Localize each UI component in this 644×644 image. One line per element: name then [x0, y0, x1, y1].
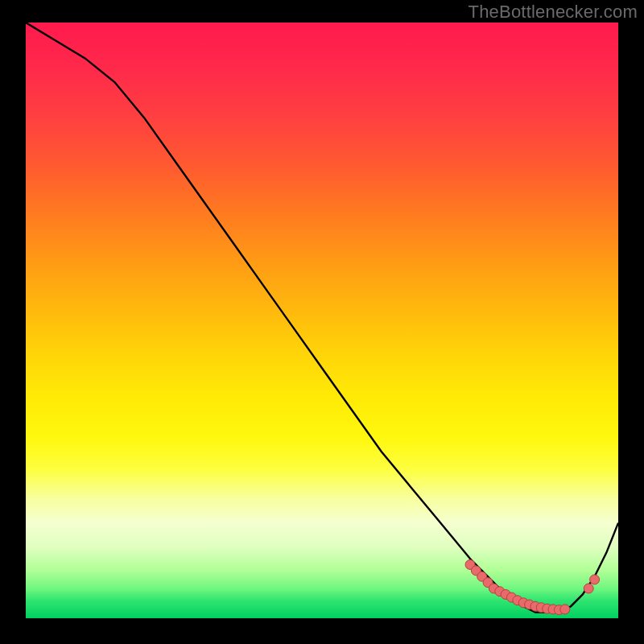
marker-dot: [560, 605, 570, 614]
plot-area: [26, 23, 618, 618]
curve-layer: [26, 23, 618, 618]
highlight-markers: [465, 559, 600, 614]
marker-dot: [590, 575, 600, 584]
watermark-text: TheBottlenecker.com: [469, 2, 638, 23]
marker-dot: [584, 584, 593, 593]
bottleneck-curve: [26, 23, 618, 613]
